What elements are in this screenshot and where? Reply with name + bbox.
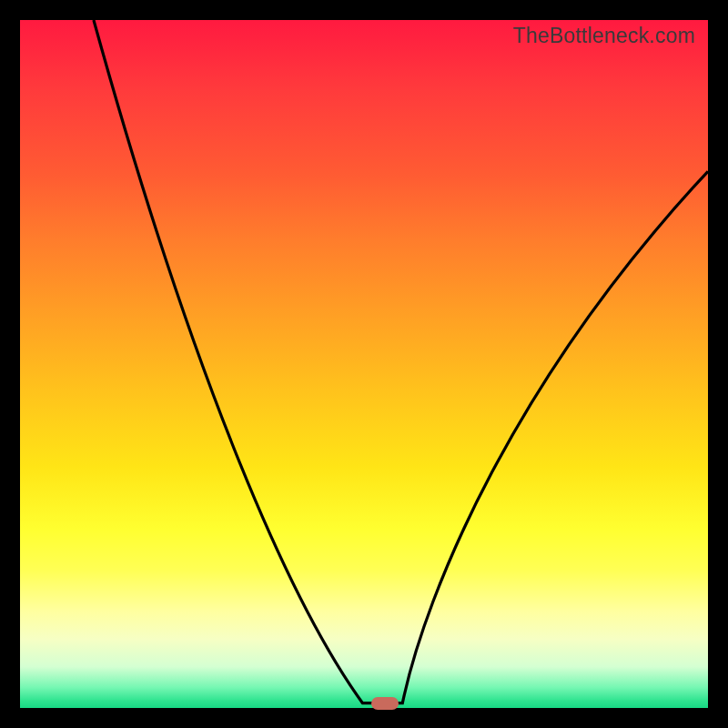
optimal-marker [371,697,399,710]
chart-frame: TheBottleneck.com [0,0,728,728]
plot-area: TheBottleneck.com [20,20,708,708]
bottleneck-curve [20,20,708,708]
curve-path [94,20,708,703]
